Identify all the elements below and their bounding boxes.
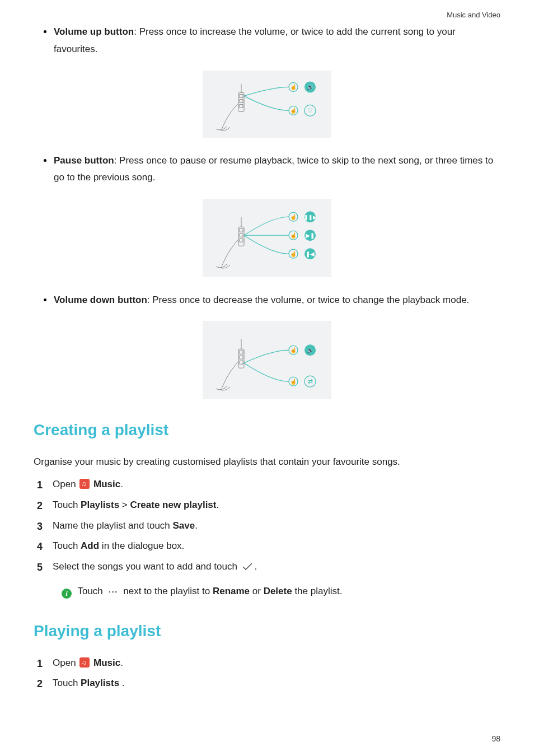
- text: .: [120, 479, 123, 489]
- action-name: Rename: [213, 586, 250, 596]
- page-header: Music and Video: [34, 8, 500, 21]
- app-name: Music: [91, 479, 120, 489]
- step-1: Open Music.: [34, 476, 500, 493]
- text: Touch: [77, 586, 105, 596]
- button-name: Add: [81, 540, 99, 551]
- text: Touch: [53, 678, 81, 688]
- creating-steps: Open Music. Touch Playlists > Create new…: [34, 476, 500, 577]
- headset-volume-up-illustration: ☝ 🔊 ☝ ♡: [210, 76, 322, 137]
- svg-text:🔊: 🔊: [307, 83, 314, 91]
- text: next to the playlist to: [121, 586, 213, 596]
- playing-steps: Open Music. Touch Playlists .: [34, 655, 500, 692]
- svg-text:☝: ☝: [290, 379, 297, 386]
- svg-text:❚◀: ❚◀: [306, 251, 315, 258]
- page-number: 98: [491, 732, 500, 746]
- info-icon: i: [62, 589, 72, 599]
- text: >: [119, 500, 130, 510]
- action-name: Delete: [264, 586, 292, 596]
- figure-volume-down: ☝ 🔉 ☝ ⇄: [34, 321, 500, 399]
- bullet-text: : Press once to pause or resume playback…: [54, 155, 493, 183]
- heading-playing-playlist: Playing a playlist: [34, 617, 500, 645]
- bullet-text: : Press once to decrease the volume, or …: [147, 295, 470, 305]
- creating-intro: Organise your music by creating customis…: [34, 454, 500, 471]
- menu-item: Create new playlist: [130, 500, 216, 510]
- svg-text:⇄: ⇄: [308, 379, 313, 385]
- text: .: [255, 561, 257, 572]
- text: Touch: [53, 540, 81, 551]
- svg-text:☝: ☝: [290, 213, 297, 221]
- text: .: [119, 678, 124, 688]
- text: Open: [53, 657, 78, 668]
- bullet-label: Volume up button: [54, 26, 134, 37]
- text: Name the playlist and touch: [53, 520, 173, 531]
- svg-text:☝: ☝: [290, 83, 297, 91]
- heading-creating-playlist: Creating a playlist: [34, 416, 500, 444]
- figure-volume-up: ☝ 🔊 ☝ ♡: [34, 71, 500, 138]
- headset-volume-down-illustration: ☝ 🔉 ☝ ⇄: [210, 327, 322, 400]
- bullet-label: Volume down button: [54, 295, 147, 305]
- svg-text:♡: ♡: [307, 107, 313, 114]
- bullet-volume-down: Volume down button: Press once to decrea…: [34, 292, 500, 309]
- svg-text:▶❚: ▶❚: [306, 232, 315, 239]
- text: or: [250, 586, 264, 596]
- info-note: i Touch ⋯ next to the playlist to Rename…: [34, 583, 500, 600]
- text: Open: [53, 479, 78, 489]
- app-name: Music: [91, 657, 120, 668]
- text: the playlist.: [292, 586, 343, 596]
- svg-text:❚❚▶: ❚❚▶: [304, 214, 317, 221]
- svg-text:☝: ☝: [290, 232, 297, 239]
- music-app-icon: [79, 657, 90, 668]
- music-app-icon: [79, 479, 90, 489]
- step-5: Select the songs you want to add and tou…: [34, 558, 500, 578]
- text: in the dialogue box.: [99, 540, 184, 551]
- bullet-pause: Pause button: Press once to pause or res…: [34, 152, 500, 186]
- step-3: Name the playlist and touch Save.: [34, 517, 500, 535]
- more-options-icon: ⋯: [108, 584, 119, 601]
- step-1: Open Music.: [34, 655, 500, 672]
- text: Select the songs you want to add and tou…: [53, 561, 240, 572]
- checkmark-icon: [241, 561, 254, 578]
- headset-pause-illustration: ☝ ❚❚▶ ☝ ▶❚ ☝ ❚◀: [210, 204, 322, 277]
- svg-text:☝: ☝: [290, 347, 297, 354]
- text: .: [216, 500, 219, 510]
- svg-text:☝: ☝: [290, 250, 297, 258]
- menu-item: Playlists: [81, 678, 119, 688]
- step-2: Touch Playlists .: [34, 675, 500, 692]
- svg-text:☝: ☝: [290, 107, 297, 114]
- svg-text:🔉: 🔉: [307, 347, 314, 354]
- figure-pause: ☝ ❚❚▶ ☝ ▶❚ ☝ ❚◀: [34, 199, 500, 277]
- text: .: [195, 520, 198, 531]
- menu-item: Playlists: [81, 500, 119, 510]
- bullet-label: Pause button: [54, 155, 114, 166]
- step-4: Touch Add in the dialogue box.: [34, 538, 500, 555]
- text: .: [120, 657, 123, 668]
- text: Touch: [53, 500, 81, 510]
- button-name: Save: [173, 520, 195, 531]
- step-2: Touch Playlists > Create new playlist.: [34, 497, 500, 514]
- bullet-volume-up: Volume up button: Press once to increase…: [34, 24, 500, 58]
